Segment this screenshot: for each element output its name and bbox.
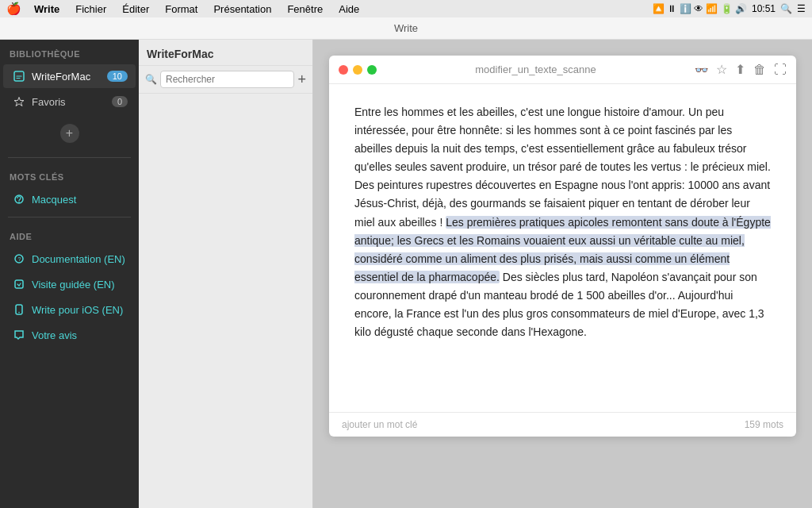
- sidebar-keywords-header: MOTS CLÉS: [0, 163, 139, 187]
- votre-avis-icon: [11, 327, 27, 343]
- doc-list-header: WriteForMac: [139, 40, 312, 66]
- menu-presentation[interactable]: Présentation: [207, 3, 278, 15]
- sidebar-item-visite-label: Visite guidée (EN): [32, 279, 128, 291]
- svg-rect-6: [15, 280, 23, 288]
- fullscreen-icon[interactable]: ⛶: [774, 63, 787, 77]
- menubar-right: 🔼 ⏸ ℹ️ 👁 📶 🔋 🔊 10:51 🔍 ☰: [653, 3, 806, 14]
- menubar-icons: 🔼 ⏸ ℹ️ 👁 📶 🔋 🔊: [653, 3, 747, 14]
- menu-fenetre[interactable]: Fenêtre: [281, 3, 329, 15]
- sidebar-item-favoris[interactable]: Favoris 0: [3, 90, 136, 114]
- right-panel: WriteForMac 🔍 + modifier_un_texte_scanne: [139, 40, 812, 508]
- svg-text:?: ?: [18, 256, 21, 262]
- svg-point-8: [18, 312, 20, 314]
- star-icon[interactable]: ☆: [716, 62, 727, 77]
- menubar-time: 10:51: [752, 3, 776, 14]
- doc-list-title: WriteForMac: [147, 48, 214, 60]
- sidebar-item-writeformac-label: WriteForMac: [32, 71, 107, 83]
- sidebar-help-header: AIDE: [0, 222, 139, 246]
- visite-icon: [11, 276, 27, 292]
- editor-card: modifier_un_texte_scanne 👓 ☆ ⬆ 🗑 ⛶ Entre…: [329, 56, 796, 437]
- sidebar-item-writeformac[interactable]: WriteForMac 10: [3, 64, 136, 88]
- sidebar-item-favoris-label: Favoris: [32, 96, 112, 108]
- favoris-icon: [11, 94, 27, 110]
- sidebar-item-writeformac-badge: 10: [107, 71, 128, 82]
- sidebar-item-favoris-badge: 0: [112, 96, 128, 107]
- sidebar: BIBLIOTHÈQUE WriteForMac 10 Favoris 0 +: [0, 40, 139, 508]
- add-document-button[interactable]: +: [297, 71, 306, 88]
- editor-toolbar: modifier_un_texte_scanne 👓 ☆ ⬆ 🗑 ⛶: [329, 56, 796, 84]
- write-ios-icon: [11, 302, 27, 318]
- sidebar-divider-1: [8, 157, 131, 158]
- sidebar-item-write-ios[interactable]: Write pour iOS (EN): [3, 298, 136, 321]
- sidebar-item-macquest[interactable]: Macquest: [3, 187, 136, 211]
- sidebar-divider-2: [8, 217, 131, 217]
- search-icon: 🔍: [145, 74, 157, 85]
- svg-point-3: [18, 202, 20, 203]
- editor-paragraph: Entre les hommes et les abeilles, c'est …: [354, 103, 771, 341]
- document-title: modifier_un_texte_scanne: [383, 64, 688, 75]
- apple-menu[interactable]: 🍎: [6, 2, 21, 16]
- editor-footer: ajouter un mot clé 159 mots: [329, 412, 796, 437]
- minimize-button[interactable]: [353, 65, 362, 75]
- doc-search-bar: 🔍 +: [139, 66, 312, 94]
- writeformac-icon: [11, 68, 27, 84]
- main-layout: BIBLIOTHÈQUE WriteForMac 10 Favoris 0 +: [0, 40, 812, 508]
- sidebar-item-visite[interactable]: Visite guidée (EN): [3, 272, 136, 296]
- list-menubar-icon[interactable]: ☰: [797, 3, 806, 14]
- toolbar-actions: 👓 ☆ ⬆ 🗑 ⛶: [695, 62, 787, 77]
- doc-list-panel: WriteForMac 🔍 +: [139, 40, 313, 508]
- close-button[interactable]: [339, 65, 348, 75]
- add-keyword-footer[interactable]: ajouter un mot clé: [342, 419, 417, 430]
- editor-area: modifier_un_texte_scanne 👓 ☆ ⬆ 🗑 ⛶ Entre…: [313, 40, 812, 508]
- menu-editer[interactable]: Éditer: [116, 3, 155, 15]
- editor-content[interactable]: Entre les hommes et les abeilles, c'est …: [329, 84, 796, 412]
- menu-bar: 🍎 Write Fichier Éditer Format Présentati…: [0, 0, 812, 17]
- word-count: 159 mots: [745, 419, 783, 430]
- sidebar-item-votre-avis-label: Votre avis: [32, 329, 128, 341]
- sidebar-item-documentation[interactable]: ? Documentation (EN): [3, 247, 136, 271]
- app-menu-write[interactable]: Write: [28, 3, 66, 15]
- menu-format[interactable]: Format: [159, 3, 204, 15]
- highlighted-text: Les premières pratiques apicoles remonte…: [354, 216, 771, 283]
- search-menubar-icon[interactable]: 🔍: [780, 3, 792, 14]
- share-icon[interactable]: ⬆: [735, 62, 745, 77]
- search-input[interactable]: [160, 71, 294, 88]
- maximize-button[interactable]: [367, 65, 377, 75]
- trash-icon[interactable]: 🗑: [753, 63, 766, 77]
- menu-fichier[interactable]: Fichier: [69, 3, 113, 15]
- sidebar-item-write-ios-label: Write pour iOS (EN): [32, 304, 128, 316]
- sidebar-item-votre-avis[interactable]: Votre avis: [3, 323, 136, 347]
- menu-aide[interactable]: Aide: [332, 3, 366, 15]
- add-keyword-button[interactable]: +: [60, 124, 79, 143]
- reading-mode-icon[interactable]: 👓: [695, 64, 708, 76]
- title-bar: Write: [0, 17, 812, 40]
- traffic-lights: [339, 65, 377, 75]
- documentation-icon: ?: [11, 251, 27, 267]
- sidebar-item-documentation-label: Documentation (EN): [32, 253, 128, 265]
- sidebar-item-macquest-label: Macquest: [32, 194, 128, 206]
- window-title: Write: [394, 22, 418, 34]
- sidebar-library-header: BIBLIOTHÈQUE: [0, 40, 139, 64]
- svg-marker-1: [14, 98, 24, 106]
- macquest-icon: [11, 191, 27, 207]
